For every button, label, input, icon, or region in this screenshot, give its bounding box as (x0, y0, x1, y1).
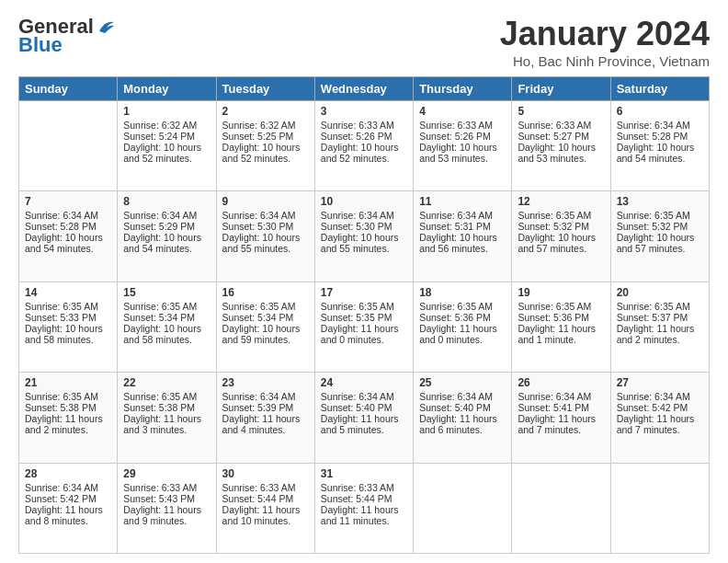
day-info: Sunrise: 6:34 AM (25, 482, 111, 493)
weekday-header-friday: Friday (512, 77, 610, 101)
day-info: Sunrise: 6:35 AM (518, 210, 604, 221)
day-number: 20 (617, 286, 703, 299)
calendar-week-row: 28Sunrise: 6:34 AMSunset: 5:42 PMDayligh… (19, 463, 710, 553)
day-info: Sunset: 5:43 PM (123, 493, 210, 504)
day-info: Sunrise: 6:34 AM (419, 391, 506, 402)
day-info: and 59 minutes. (222, 334, 309, 345)
day-info: Sunset: 5:33 PM (25, 312, 111, 323)
day-info: and 3 minutes. (123, 424, 210, 435)
calendar-cell: 9Sunrise: 6:34 AMSunset: 5:30 PMDaylight… (216, 191, 314, 282)
day-number: 21 (25, 376, 111, 389)
day-number: 11 (419, 195, 506, 208)
calendar-week-row: 7Sunrise: 6:34 AMSunset: 5:28 PMDaylight… (19, 191, 710, 282)
calendar-cell: 7Sunrise: 6:34 AMSunset: 5:28 PMDaylight… (19, 191, 118, 282)
day-info: Sunrise: 6:34 AM (518, 391, 604, 402)
day-info: Sunset: 5:40 PM (419, 402, 506, 413)
day-number: 3 (321, 105, 407, 118)
day-number: 2 (222, 105, 309, 118)
calendar-cell: 13Sunrise: 6:35 AMSunset: 5:32 PMDayligh… (610, 191, 709, 282)
day-info: Sunrise: 6:33 AM (518, 120, 604, 131)
day-info: Daylight: 11 hours (25, 504, 111, 515)
day-info: Daylight: 10 hours (25, 323, 111, 334)
day-info: Sunrise: 6:34 AM (321, 210, 407, 221)
day-info: Sunset: 5:32 PM (518, 221, 604, 232)
day-info: Sunset: 5:40 PM (321, 402, 407, 413)
day-info: and 53 minutes. (419, 153, 506, 164)
weekday-header-sunday: Sunday (19, 77, 118, 101)
calendar-cell: 14Sunrise: 6:35 AMSunset: 5:33 PMDayligh… (19, 282, 118, 372)
day-info: and 52 minutes. (123, 153, 210, 164)
day-info: Sunrise: 6:33 AM (123, 482, 210, 493)
day-info: and 52 minutes. (321, 153, 407, 164)
day-info: Daylight: 10 hours (321, 142, 407, 153)
day-number: 31 (321, 467, 407, 480)
calendar-cell: 29Sunrise: 6:33 AMSunset: 5:43 PMDayligh… (118, 463, 216, 553)
day-info: Sunset: 5:24 PM (123, 131, 210, 142)
day-info: Daylight: 11 hours (321, 504, 407, 515)
day-info: Daylight: 10 hours (419, 142, 506, 153)
calendar-title: January 2024 (500, 15, 710, 53)
calendar-cell: 8Sunrise: 6:34 AMSunset: 5:29 PMDaylight… (118, 191, 216, 282)
day-info: Sunset: 5:39 PM (222, 402, 309, 413)
weekday-header-wednesday: Wednesday (314, 77, 413, 101)
calendar-cell: 24Sunrise: 6:34 AMSunset: 5:40 PMDayligh… (314, 373, 413, 463)
day-number: 6 (617, 105, 703, 118)
day-number: 7 (25, 195, 111, 208)
calendar-subtitle: Ho, Bac Ninh Province, Vietnam (500, 53, 710, 69)
calendar-cell: 31Sunrise: 6:33 AMSunset: 5:44 PMDayligh… (314, 463, 413, 553)
day-info: and 0 minutes. (321, 334, 407, 345)
day-info: Sunset: 5:27 PM (518, 131, 604, 142)
day-info: Sunset: 5:36 PM (419, 312, 506, 323)
day-info: Daylight: 10 hours (518, 142, 604, 153)
day-info: and 1 minute. (518, 334, 604, 345)
calendar-cell: 6Sunrise: 6:34 AMSunset: 5:28 PMDaylight… (610, 101, 709, 191)
day-info: Daylight: 11 hours (25, 413, 111, 424)
day-info: and 5 minutes. (321, 424, 407, 435)
logo-bird-icon (96, 18, 116, 35)
day-info: and 54 minutes. (25, 243, 111, 254)
day-number: 27 (617, 376, 703, 389)
day-info: Sunrise: 6:35 AM (617, 301, 703, 312)
day-info: and 10 minutes. (222, 515, 309, 526)
day-number: 25 (419, 376, 506, 389)
day-info: Sunset: 5:28 PM (617, 131, 703, 142)
day-info: and 56 minutes. (419, 243, 506, 254)
day-info: Sunrise: 6:34 AM (25, 210, 111, 221)
calendar-cell (19, 101, 118, 191)
calendar-cell: 22Sunrise: 6:35 AMSunset: 5:38 PMDayligh… (118, 373, 216, 463)
day-info: Sunrise: 6:33 AM (419, 120, 506, 131)
calendar-cell (414, 463, 512, 553)
day-info: and 11 minutes. (321, 515, 407, 526)
day-info: and 53 minutes. (518, 153, 604, 164)
day-info: Daylight: 10 hours (518, 232, 604, 243)
day-info: Daylight: 10 hours (321, 232, 407, 243)
calendar-cell: 15Sunrise: 6:35 AMSunset: 5:34 PMDayligh… (118, 282, 216, 372)
calendar-week-row: 14Sunrise: 6:35 AMSunset: 5:33 PMDayligh… (19, 282, 710, 372)
calendar-cell: 18Sunrise: 6:35 AMSunset: 5:36 PMDayligh… (414, 282, 512, 372)
day-info: Daylight: 11 hours (123, 413, 210, 424)
day-info: Sunrise: 6:35 AM (123, 301, 210, 312)
day-number: 26 (518, 376, 604, 389)
day-number: 4 (419, 105, 506, 118)
logo: General Blue (18, 15, 116, 57)
day-info: Sunrise: 6:35 AM (25, 301, 111, 312)
day-info: Daylight: 11 hours (321, 413, 407, 424)
calendar-cell (610, 463, 709, 553)
day-info: Daylight: 10 hours (123, 232, 210, 243)
day-info: Sunset: 5:42 PM (617, 402, 703, 413)
day-info: Sunset: 5:28 PM (25, 221, 111, 232)
day-number: 22 (123, 376, 210, 389)
weekday-header-thursday: Thursday (414, 77, 512, 101)
day-info: and 7 minutes. (518, 424, 604, 435)
day-info: and 55 minutes. (321, 243, 407, 254)
day-info: Daylight: 10 hours (617, 232, 703, 243)
logo-blue: Blue (18, 33, 63, 57)
calendar-cell: 1Sunrise: 6:32 AMSunset: 5:24 PMDaylight… (118, 101, 216, 191)
day-info: Daylight: 10 hours (222, 142, 309, 153)
day-info: and 2 minutes. (617, 334, 703, 345)
calendar-cell: 4Sunrise: 6:33 AMSunset: 5:26 PMDaylight… (414, 101, 512, 191)
day-info: Sunrise: 6:34 AM (617, 391, 703, 402)
day-info: Sunrise: 6:34 AM (123, 210, 210, 221)
calendar-cell: 27Sunrise: 6:34 AMSunset: 5:42 PMDayligh… (610, 373, 709, 463)
day-info: Daylight: 11 hours (518, 413, 604, 424)
